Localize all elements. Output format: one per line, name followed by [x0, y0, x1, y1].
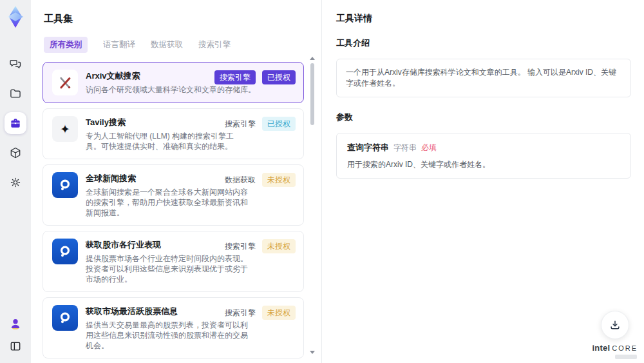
news-search-logo-icon: [52, 239, 78, 264]
intro-text: 一个用于从Arxiv存储库搜索科学论文和文章的工具。 输入可以是Arxiv ID…: [336, 59, 631, 97]
tool-description: 提供当天交易量最高的股票列表，投资者可以利用这些信息来识别流动性强的股票和潜在的…: [86, 320, 248, 351]
tool-card-arxiv[interactable]: Arxiv文献搜索 访问各个研究领域大量科学论文和文章的存储库。 搜索引擎 已授…: [43, 62, 304, 103]
cube-icon[interactable]: [5, 142, 26, 164]
intro-heading: 工具介绍: [336, 37, 631, 49]
toolbox-icon-active[interactable]: [5, 112, 26, 134]
category-label: 搜索引擎: [225, 241, 256, 252]
tool-card-tavily[interactable]: ✦ Tavily搜索 专为人工智能代理 (LLM) 构建的搜索引擎工具。可快速提…: [43, 108, 304, 159]
detail-title: 工具详情: [336, 13, 631, 25]
sidebar-bottom: [6, 315, 24, 355]
param-type: 字符串: [393, 142, 417, 153]
tool-title: Tavily搜索: [86, 117, 248, 128]
tool-list-panel: 工具集 所有类别 语言翻译 数据获取 搜索引擎 Arxiv文献搜索 访问: [31, 0, 321, 363]
panel-toggle-icon[interactable]: [6, 337, 24, 355]
brand-subtag: [615, 355, 637, 359]
download-icon: [609, 319, 621, 331]
tool-description: 全球新闻搜索是一个聚合全球各大新闻网站内容的搜索引擎，帮助用户快速获取全球最新资…: [86, 187, 248, 218]
category-label: 搜索引擎: [225, 308, 256, 319]
category-label: 搜索引擎: [225, 119, 256, 130]
auth-status-badge: 未授权: [262, 306, 296, 320]
scroll-down-arrow-icon[interactable]: [310, 351, 315, 354]
tool-title: 全球新闻搜索: [86, 173, 248, 184]
params-heading: 参数: [336, 112, 631, 123]
core-wordmark: CORE: [612, 344, 638, 352]
chat-icon[interactable]: [5, 53, 26, 75]
param-name: 查询字符串: [347, 142, 389, 153]
sparkle-logo-icon: ✦: [52, 116, 78, 142]
tool-title: 获取股市各行业表现: [86, 239, 248, 251]
scrollbar-thumb[interactable]: [310, 63, 314, 125]
left-sidebar: [0, 0, 31, 363]
intel-wordmark: intel: [592, 343, 610, 353]
gear-icon[interactable]: [5, 172, 26, 193]
auth-status-badge: 已授权: [262, 70, 296, 84]
app-window: 工具集 所有类别 语言翻译 数据获取 搜索引擎 Arxiv文献搜索 访问: [0, 0, 644, 363]
tool-card-most-active-stocks[interactable]: 获取市场最活跃股票信息 提供当天交易量最高的股票列表，投资者可以利用这些信息来识…: [43, 297, 304, 358]
param-description: 用于搜索的Arxiv ID、关键字或作者姓名。: [347, 159, 620, 170]
auth-status-badge: 未授权: [262, 173, 296, 187]
tool-title: 获取市场最活跃股票信息: [86, 306, 248, 317]
tool-card-list: Arxiv文献搜索 访问各个研究领域大量科学论文和文章的存储库。 搜索引擎 已授…: [43, 62, 304, 363]
download-button[interactable]: [601, 311, 629, 339]
tool-detail-panel: 工具详情 工具介绍 一个用于从Arxiv存储库搜索科学论文和文章的工具。 输入可…: [322, 0, 644, 363]
page-title: 工具集: [44, 13, 304, 25]
category-badge: 搜索引擎: [214, 70, 256, 84]
tool-description: 专为人工智能代理 (LLM) 构建的搜索引擎工具。可快速提供实时、准确和真实的结…: [86, 131, 248, 152]
arxiv-logo-icon: [52, 70, 78, 95]
auth-status-badge: 已授权: [262, 117, 296, 131]
news-search-logo-icon: [52, 305, 78, 331]
param-required-label: 必填: [421, 142, 437, 153]
sidebar-nav: [5, 53, 26, 193]
footer-widget: intel CORE: [592, 311, 638, 359]
category-label: 数据获取: [225, 175, 256, 186]
tab-translation[interactable]: 语言翻译: [103, 37, 135, 53]
list-scrollbar[interactable]: [310, 57, 315, 354]
folder-icon[interactable]: [5, 83, 26, 104]
news-search-logo-icon: [52, 172, 78, 198]
tab-search-engine[interactable]: 搜索引擎: [198, 37, 231, 53]
category-tabs: 所有类别 语言翻译 数据获取 搜索引擎: [44, 37, 304, 53]
tool-card-sector-performance[interactable]: 获取股市各行业表现 提供股票市场各个行业在特定时间段内的表现。投资者可以利用这些…: [43, 231, 304, 292]
scroll-up-arrow-icon[interactable]: [310, 57, 315, 60]
param-card: 查询字符串 字符串 必填 用于搜索的Arxiv ID、关键字或作者姓名。: [336, 133, 631, 179]
user-avatar[interactable]: [7, 315, 24, 332]
tab-all-categories[interactable]: 所有类别: [44, 37, 88, 53]
auth-status-badge: 未授权: [262, 239, 296, 253]
app-logo-diamond-icon: [4, 5, 27, 28]
tool-description: 提供股票市场各个行业在特定时间段内的表现。投资者可以利用这些信息来识别表现优于或…: [86, 253, 248, 284]
tool-card-global-news[interactable]: 全球新闻搜索 全球新闻搜索是一个聚合全球各大新闻网站内容的搜索引擎，帮助用户快速…: [43, 164, 304, 226]
tab-data-fetch[interactable]: 数据获取: [151, 37, 183, 53]
intel-core-logo: intel CORE: [592, 343, 638, 353]
tool-description: 访问各个研究领域大量科学论文和文章的存储库。: [86, 84, 256, 95]
